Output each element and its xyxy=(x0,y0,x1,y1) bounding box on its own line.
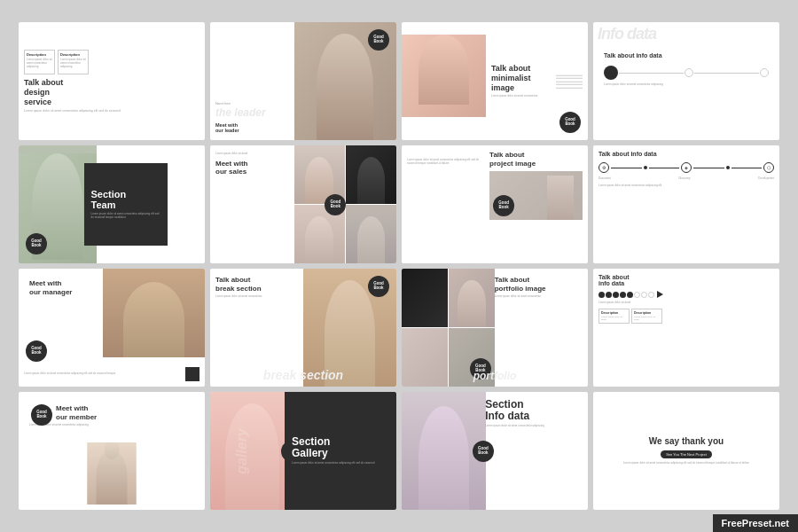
boxes-row: Description Lorem ipsum dolor sit amet c… xyxy=(24,50,200,74)
slide-7: Lorem ipsum dolor sit amet consectetur a… xyxy=(402,145,588,263)
box-2-title: Description xyxy=(60,52,86,57)
slide-6-content: Lorem ipsum dolor sit amet Meet withour … xyxy=(210,145,303,184)
slide-9-text: Lorem ipsum dolor sit amet consectetur a… xyxy=(24,372,183,376)
slide-11-text: Lorem ipsum dolor sit amet consectetur xyxy=(495,295,583,299)
slide-3: Talk aboutminimalistimage Lorem ipsum do… xyxy=(402,22,588,140)
label-2: Discovery xyxy=(678,176,690,180)
timeline-circle-2 xyxy=(685,68,693,77)
slide-1-title: Talk aboutdesignservice xyxy=(24,78,200,106)
slide-8-title: Talk about info data xyxy=(598,151,774,157)
slide-13-inner: Good Book Meet withour member Lorem ipsu… xyxy=(24,397,200,505)
timeline-line-1 xyxy=(619,73,684,74)
slide-15: Good Book SectionInfo data Lorem ipsum d… xyxy=(402,392,588,510)
slide-16-badge: See You The Next Project xyxy=(661,450,712,458)
slide-10-title: Talk aboutbreak section xyxy=(215,276,308,293)
slide-15-title: SectionInfo data xyxy=(485,399,583,422)
slide-2: Good Book Name here the leader Meet with… xyxy=(210,22,396,140)
slide-4-text: Lorem ipsum dolor sit amet consectetur a… xyxy=(604,83,769,87)
label-1: Document xyxy=(598,176,611,180)
slide-3-lines xyxy=(556,72,583,90)
mini-box-2-text: Lorem ipsum dolor sit amet xyxy=(634,316,660,321)
slide-14-watermark: gallery xyxy=(234,428,250,474)
slide-9-logo: Good Book xyxy=(26,340,47,362)
slide-11-title: Talk aboutportfolio image xyxy=(495,276,583,293)
dot-2 xyxy=(606,292,612,298)
slide-11-img-3 xyxy=(449,269,495,327)
timeline-circle-3 xyxy=(760,68,769,77)
slide-12: Talk aboutinfo data Lorem ipsum dolor si… xyxy=(593,269,779,387)
mini-box-2: Description Lorem ipsum dolor sit amet xyxy=(631,309,662,324)
slide-7-right: Talk aboutproject image Good Book xyxy=(486,151,583,258)
slide-6-pre-text: Lorem ipsum dolor sit amet xyxy=(215,153,298,156)
slide-12-text: Lorem ipsum dolor sit amet xyxy=(598,301,774,305)
timeline-icon-3: ⬡ xyxy=(763,162,774,173)
slide-7-logo: Good Book xyxy=(493,195,514,216)
slide-13-logo: Good Book xyxy=(31,404,52,426)
slide-11-content: Talk aboutportfolio image Lorem ipsum do… xyxy=(489,269,588,306)
slide-13-text: Lorem ipsum dolor sit amet consectetur a… xyxy=(29,424,194,427)
slide-14-title: SectionGallery xyxy=(292,436,389,459)
slide-1: Description Lorem ipsum dolor sit amet c… xyxy=(19,22,205,140)
box-1: Description Lorem ipsum dolor sit amet c… xyxy=(24,50,55,74)
box-2-text: Lorem ipsum dolor sit amet consectetur a… xyxy=(60,59,86,69)
slide-11: Good Book Talk aboutportfolio image Lore… xyxy=(402,269,588,387)
slide-13: Good Book Meet withour member Lorem ipsu… xyxy=(19,392,205,510)
slide-8-text: Lorem ipsum dolor sit amet consectetur a… xyxy=(598,184,774,188)
slide-2-our: our leader xyxy=(215,128,308,133)
slide-1-subtext: Lorem ipsum dolor sit amet consectetur a… xyxy=(24,109,200,113)
timeline-line-4 xyxy=(732,168,763,168)
mini-box-1-title: Description xyxy=(601,311,627,315)
timeline-dot-1 xyxy=(644,166,647,169)
slide-4-inner: Talk about info data Lorem ipsum dolor s… xyxy=(598,27,774,92)
slide-16-title: We say thank you xyxy=(649,436,724,447)
slide-2-logo: Good Book xyxy=(368,29,389,51)
slide-13-title-wrap: Meet withour member xyxy=(56,404,194,421)
slide-5-logo: Good Book xyxy=(26,233,47,254)
slide-5-text: Lorem ipsum dolor sit amet consectetur a… xyxy=(91,213,161,220)
slide-7-left-text: Lorem ipsum dolor sit amet consectetur a… xyxy=(407,158,486,165)
mini-box-1-text: Lorem ipsum dolor sit amet xyxy=(601,316,627,321)
timeline-icon-1: ⚙ xyxy=(598,162,609,173)
slide-9: Good Book Meet withour manager Lorem ips… xyxy=(19,269,205,387)
dot-5 xyxy=(627,292,633,298)
slide-10-content: Talk aboutbreak section Lorem ipsum dolo… xyxy=(210,269,313,306)
mini-box-2-title: Description xyxy=(634,311,660,315)
box-1-title: Description xyxy=(27,52,52,57)
slide-9-qr xyxy=(185,367,200,381)
slide-10-text: Lorem ipsum dolor sit amet consectetur xyxy=(215,295,308,299)
slide-7-left: Lorem ipsum dolor sit amet consectetur a… xyxy=(407,151,486,258)
slide-15-text: Lorem ipsum dolor sit amet consectetur a… xyxy=(485,425,583,428)
slide-4: Info data Talk about info data Lorem ips… xyxy=(593,22,779,140)
slide-9-image xyxy=(103,269,206,357)
dot-7 xyxy=(641,292,647,298)
timeline-line-2 xyxy=(694,73,759,74)
slide-3-logo: Good Book xyxy=(559,112,581,133)
slide-8-timeline-row: ⚙ ◈ ⬡ xyxy=(598,162,774,173)
slide-6-logo: Good Book xyxy=(325,194,346,215)
slides-grid: Description Lorem ipsum dolor sit amet c… xyxy=(12,15,786,517)
slide-7-title: Talk aboutproject image xyxy=(489,151,583,168)
slide-14-text: Lorem ipsum dolor sit amet consectetur a… xyxy=(292,462,389,466)
slide-14: Good Book SectionGallery Lorem ipsum dol… xyxy=(210,392,396,510)
slide-9-bottom: Lorem ipsum dolor sit amet consectetur a… xyxy=(24,367,200,381)
slide-10-watermark: break section xyxy=(210,368,396,382)
dot-6 xyxy=(634,292,640,298)
slide-6-img-4 xyxy=(346,205,396,263)
dot-3 xyxy=(613,292,619,298)
slide-13-person xyxy=(88,442,137,505)
slide-8: Talk about info data ⚙ ◈ ⬡ Document Disc… xyxy=(593,145,779,263)
label-3: Development xyxy=(758,176,774,180)
box-1-text: Lorem ipsum dolor sit amet consectetur a… xyxy=(27,59,52,69)
slide-6-title: Meet withour sales xyxy=(215,160,298,176)
timeline-dot-2 xyxy=(726,166,730,169)
slide-7-image: Good Book xyxy=(489,171,583,220)
slide-15-content: SectionInfo data Lorem ipsum dolor sit a… xyxy=(480,392,588,435)
slide-16: We say thank you See You The Next Projec… xyxy=(593,392,779,510)
timeline-line-1 xyxy=(611,168,642,168)
slide-2-content: Name here the leader Meet with our leade… xyxy=(210,22,313,140)
logo-line2: Book xyxy=(373,40,383,44)
slide-11-img-1 xyxy=(402,269,448,327)
box-2: Description Lorem ipsum dolor sit amet c… xyxy=(58,50,89,74)
slide-10-logo: Good Book xyxy=(368,276,389,297)
timeline-line-2 xyxy=(649,168,680,168)
